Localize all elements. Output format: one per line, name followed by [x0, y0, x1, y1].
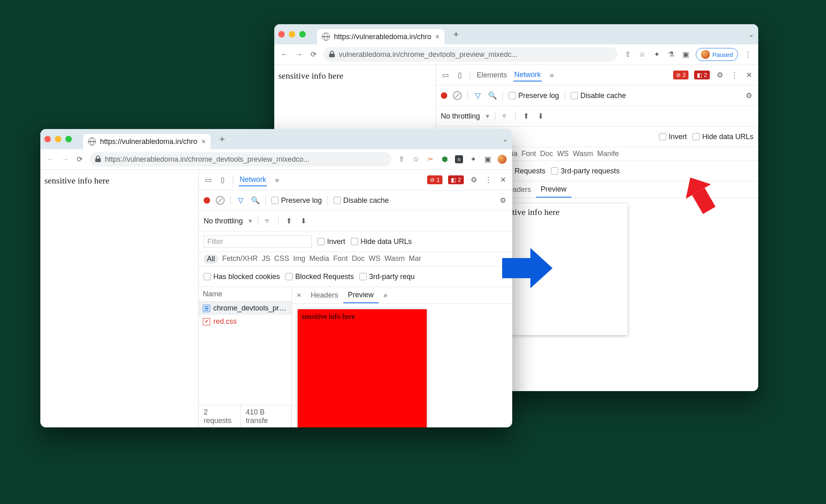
kebab-menu-icon[interactable]: ⋮	[744, 50, 753, 59]
close-window-dot[interactable]	[278, 31, 285, 37]
upload-icon[interactable]: ⬆	[284, 217, 293, 225]
chip-doc[interactable]: Doc	[540, 150, 553, 158]
chip-js[interactable]: JS	[262, 254, 270, 264]
record-button[interactable]	[441, 92, 447, 99]
more-tabs-icon[interactable]: »	[273, 175, 282, 184]
forward-button[interactable]: →	[294, 50, 303, 59]
omnibox[interactable]: https://vulnerabledoma.in/chrome_devtool…	[90, 152, 391, 167]
extension-n-icon[interactable]: n	[455, 155, 463, 163]
disable-cache-checkbox[interactable]: Disable cache	[571, 92, 626, 100]
reload-button[interactable]: ⟳	[309, 50, 318, 59]
chip-doc[interactable]: Doc	[352, 254, 365, 264]
search-icon[interactable]: 🔍	[251, 196, 260, 205]
filter-icon[interactable]: ▽	[473, 91, 482, 100]
chip-mar[interactable]: Mar	[409, 254, 421, 264]
tabs-dropdown-icon[interactable]: ⌄	[502, 135, 508, 144]
extensions-icon[interactable]: ✦	[652, 50, 661, 59]
chip-font[interactable]: Font	[521, 150, 536, 158]
request-row[interactable]: red.css	[199, 315, 292, 328]
throttling-select[interactable]: No throttling	[204, 217, 243, 225]
invert-checkbox[interactable]: Invert	[659, 133, 687, 141]
chip-all[interactable]: All	[204, 254, 218, 264]
panel-icon[interactable]: ▣	[483, 155, 492, 164]
inspect-icon[interactable]: ▭	[441, 71, 450, 79]
more-tabs-icon[interactable]: »	[547, 71, 556, 79]
subtab-preview[interactable]: Preview	[536, 182, 572, 198]
tab-elements[interactable]: Elements	[476, 69, 508, 81]
chip-manifest[interactable]: Manife	[597, 150, 619, 158]
network-settings-gear-icon[interactable]: ⚙	[745, 91, 753, 100]
chip-font[interactable]: Font	[333, 254, 348, 264]
upload-icon[interactable]: ⬆	[521, 112, 530, 121]
tab-network[interactable]: Network	[513, 69, 542, 81]
has-blocked-cookies-checkbox[interactable]: Has blocked cookies	[204, 273, 280, 281]
preserve-log-checkbox[interactable]: Preserve log	[509, 92, 559, 100]
chip-css[interactable]: CSS	[274, 254, 289, 264]
close-tab-icon[interactable]: ×	[201, 137, 206, 146]
close-window-dot[interactable]	[44, 136, 51, 142]
download-icon[interactable]: ⬇	[536, 112, 545, 121]
labs-icon[interactable]: ⚗	[667, 50, 676, 59]
device-toggle-icon[interactable]: ▯	[218, 175, 227, 184]
subtab-preview[interactable]: Preview	[343, 287, 379, 303]
network-settings-gear-icon[interactable]: ⚙	[499, 196, 507, 205]
record-button[interactable]	[204, 197, 210, 204]
browser-tab[interactable]: https://vulnerabledoma.in/chro ×	[317, 29, 444, 44]
filter-icon[interactable]: ▽	[236, 196, 245, 205]
subtab-headers[interactable]: Headers	[306, 288, 343, 303]
tabs-dropdown-icon[interactable]: ⌄	[748, 30, 754, 39]
avatar-icon[interactable]	[498, 155, 507, 164]
error-count-badge[interactable]: ⊘ 1	[427, 175, 442, 184]
devtools-close-icon[interactable]: ✕	[745, 71, 753, 79]
devtools-close-icon[interactable]: ✕	[499, 175, 507, 184]
close-tab-icon[interactable]: ×	[435, 33, 440, 41]
third-party-checkbox[interactable]: 3rd-party requests	[551, 167, 620, 175]
new-tab-button[interactable]: +	[219, 133, 225, 145]
browser-tab[interactable]: https://vulnerabledoma.in/chro ×	[83, 134, 211, 149]
wifi-icon[interactable]: ᯤ	[264, 217, 273, 225]
scissors-icon[interactable]: ✂	[426, 155, 435, 164]
share-icon[interactable]: ⇧	[397, 155, 406, 164]
share-icon[interactable]: ⇧	[623, 50, 632, 59]
hide-data-urls-checkbox[interactable]: Hide data URLs	[351, 237, 412, 246]
zoom-window-dot[interactable]	[65, 136, 72, 142]
preserve-log-checkbox[interactable]: Preserve log	[271, 196, 322, 205]
issues-count-badge[interactable]: ◧ 2	[694, 71, 710, 79]
star-icon[interactable]: ☆	[638, 50, 647, 59]
panel-icon[interactable]: ▣	[681, 50, 690, 59]
zoom-window-dot[interactable]	[299, 31, 306, 37]
blocked-requests-checkbox[interactable]: Blocked Requests	[286, 273, 354, 281]
minimize-window-dot[interactable]	[289, 31, 295, 37]
device-toggle-icon[interactable]: ▯	[455, 71, 464, 79]
inspect-icon[interactable]: ▭	[204, 175, 213, 184]
third-party-checkbox[interactable]: 3rd-party requ	[359, 273, 415, 281]
settings-gear-icon[interactable]: ⚙	[469, 175, 478, 184]
forward-button[interactable]: →	[60, 155, 69, 164]
profile-paused-pill[interactable]: Paused	[696, 48, 738, 61]
chip-img[interactable]: Img	[293, 254, 305, 264]
extension-green-icon[interactable]: ⬢	[440, 155, 449, 164]
new-tab-button[interactable]: +	[453, 29, 459, 40]
back-button[interactable]: ←	[46, 155, 55, 164]
omnibox[interactable]: vulnerabledoma.in/chrome_devtools_previe…	[323, 47, 617, 62]
back-button[interactable]: ←	[280, 50, 289, 59]
clear-button[interactable]	[453, 91, 462, 100]
star-icon[interactable]: ☆	[411, 155, 420, 164]
disable-cache-checkbox[interactable]: Disable cache	[334, 196, 389, 205]
request-row[interactable]: chrome_devtools_pre...	[199, 302, 292, 315]
hide-data-urls-checkbox[interactable]: Hide data URLs	[693, 133, 753, 141]
chip-media[interactable]: Media	[309, 254, 329, 264]
clear-button[interactable]	[216, 196, 225, 205]
search-icon[interactable]: 🔍	[488, 91, 497, 100]
settings-gear-icon[interactable]: ⚙	[715, 71, 724, 79]
error-count-badge[interactable]: ⊘ 2	[673, 71, 688, 79]
devtools-kebab-icon[interactable]: ⋮	[730, 71, 739, 79]
chip-ws[interactable]: WS	[557, 150, 569, 158]
download-icon[interactable]: ⬇	[299, 217, 308, 225]
chip-ws[interactable]: WS	[369, 254, 380, 264]
tab-network[interactable]: Network	[239, 174, 267, 186]
filter-input[interactable]: Filter	[204, 235, 312, 248]
issues-count-badge[interactable]: ◧ 2	[448, 175, 464, 184]
wifi-icon[interactable]: ᯤ	[501, 112, 510, 121]
reload-button[interactable]: ⟳	[75, 155, 84, 164]
